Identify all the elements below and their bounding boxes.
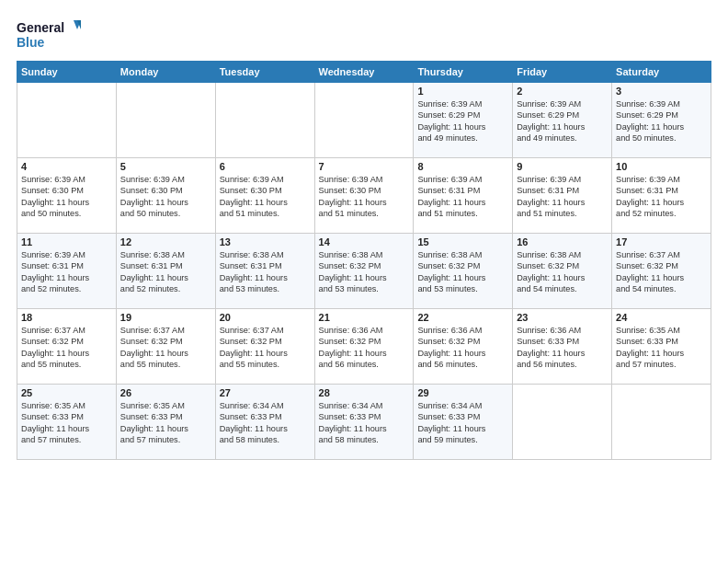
day-info: Sunrise: 6:34 AM Sunset: 6:33 PM Dayligh… (220, 400, 311, 446)
week-row: 1Sunrise: 6:39 AM Sunset: 6:29 PM Daylig… (17, 83, 711, 158)
week-row: 25Sunrise: 6:35 AM Sunset: 6:33 PM Dayli… (17, 385, 711, 460)
calendar-cell: 29Sunrise: 6:34 AM Sunset: 6:33 PM Dayli… (414, 385, 513, 460)
page: General Blue SundayMondayTuesdayWednesda… (0, 0, 728, 563)
day-number: 13 (220, 236, 311, 247)
calendar-cell: 26Sunrise: 6:35 AM Sunset: 6:33 PM Dayli… (116, 385, 215, 460)
day-number: 7 (319, 161, 410, 172)
day-info: Sunrise: 6:34 AM Sunset: 6:33 PM Dayligh… (417, 400, 508, 446)
calendar-cell: 19Sunrise: 6:37 AM Sunset: 6:32 PM Dayli… (116, 309, 215, 385)
calendar-cell: 5Sunrise: 6:39 AM Sunset: 6:30 PM Daylig… (116, 158, 215, 234)
day-number: 8 (417, 161, 508, 172)
day-number: 28 (319, 387, 410, 398)
day-number: 16 (517, 236, 608, 247)
day-info: Sunrise: 6:38 AM Sunset: 6:32 PM Dayligh… (517, 249, 608, 295)
day-info: Sunrise: 6:37 AM Sunset: 6:32 PM Dayligh… (220, 325, 311, 371)
calendar-cell (17, 83, 117, 158)
calendar-cell: 3Sunrise: 6:39 AM Sunset: 6:29 PM Daylig… (612, 83, 711, 158)
weekday-header: Thursday (414, 62, 513, 83)
day-info: Sunrise: 6:38 AM Sunset: 6:31 PM Dayligh… (120, 249, 211, 295)
day-info: Sunrise: 6:35 AM Sunset: 6:33 PM Dayligh… (616, 325, 707, 371)
week-row: 4Sunrise: 6:39 AM Sunset: 6:30 PM Daylig… (17, 158, 711, 234)
calendar-cell: 1Sunrise: 6:39 AM Sunset: 6:29 PM Daylig… (414, 83, 513, 158)
day-info: Sunrise: 6:39 AM Sunset: 6:31 PM Dayligh… (517, 174, 608, 220)
logo: General Blue (17, 17, 81, 53)
day-info: Sunrise: 6:34 AM Sunset: 6:33 PM Dayligh… (319, 400, 410, 446)
logo-svg: General Blue (17, 17, 81, 53)
day-info: Sunrise: 6:36 AM Sunset: 6:32 PM Dayligh… (319, 325, 410, 371)
day-info: Sunrise: 6:35 AM Sunset: 6:33 PM Dayligh… (21, 400, 112, 446)
calendar-cell: 17Sunrise: 6:37 AM Sunset: 6:32 PM Dayli… (612, 234, 711, 309)
calendar-cell: 13Sunrise: 6:38 AM Sunset: 6:31 PM Dayli… (215, 234, 314, 309)
day-number: 11 (21, 236, 112, 247)
calendar-cell: 14Sunrise: 6:38 AM Sunset: 6:32 PM Dayli… (314, 234, 414, 309)
header: General Blue (17, 17, 711, 53)
calendar: SundayMondayTuesdayWednesdayThursdayFrid… (17, 61, 711, 460)
weekday-header: Monday (116, 62, 215, 83)
day-number: 22 (417, 312, 508, 323)
day-number: 5 (120, 161, 211, 172)
calendar-cell: 21Sunrise: 6:36 AM Sunset: 6:32 PM Dayli… (314, 309, 414, 385)
day-number: 23 (517, 312, 608, 323)
calendar-cell: 18Sunrise: 6:37 AM Sunset: 6:32 PM Dayli… (17, 309, 117, 385)
day-info: Sunrise: 6:39 AM Sunset: 6:29 PM Dayligh… (417, 98, 508, 144)
day-info: Sunrise: 6:39 AM Sunset: 6:29 PM Dayligh… (616, 98, 707, 144)
day-info: Sunrise: 6:39 AM Sunset: 6:31 PM Dayligh… (616, 174, 707, 220)
calendar-cell: 23Sunrise: 6:36 AM Sunset: 6:33 PM Dayli… (513, 309, 612, 385)
calendar-body: 1Sunrise: 6:39 AM Sunset: 6:29 PM Daylig… (17, 83, 711, 460)
weekday-header: Tuesday (215, 62, 314, 83)
day-number: 14 (319, 236, 410, 247)
calendar-cell (215, 83, 314, 158)
calendar-cell: 2Sunrise: 6:39 AM Sunset: 6:29 PM Daylig… (513, 83, 612, 158)
calendar-cell: 7Sunrise: 6:39 AM Sunset: 6:30 PM Daylig… (314, 158, 414, 234)
calendar-cell: 24Sunrise: 6:35 AM Sunset: 6:33 PM Dayli… (612, 309, 711, 385)
day-number: 1 (417, 86, 508, 97)
calendar-cell (513, 385, 612, 460)
day-info: Sunrise: 6:39 AM Sunset: 6:29 PM Dayligh… (517, 98, 608, 144)
day-number: 2 (517, 86, 608, 97)
day-info: Sunrise: 6:39 AM Sunset: 6:30 PM Dayligh… (220, 174, 311, 220)
day-number: 21 (319, 312, 410, 323)
calendar-cell (612, 385, 711, 460)
day-number: 25 (21, 387, 112, 398)
calendar-cell: 8Sunrise: 6:39 AM Sunset: 6:31 PM Daylig… (414, 158, 513, 234)
day-number: 17 (616, 236, 707, 247)
day-info: Sunrise: 6:39 AM Sunset: 6:31 PM Dayligh… (21, 249, 112, 295)
calendar-cell: 20Sunrise: 6:37 AM Sunset: 6:32 PM Dayli… (215, 309, 314, 385)
day-number: 20 (220, 312, 311, 323)
day-number: 12 (120, 236, 211, 247)
weekday-header: Wednesday (314, 62, 414, 83)
calendar-cell: 25Sunrise: 6:35 AM Sunset: 6:33 PM Dayli… (17, 385, 117, 460)
calendar-header: SundayMondayTuesdayWednesdayThursdayFrid… (17, 62, 711, 83)
day-info: Sunrise: 6:37 AM Sunset: 6:32 PM Dayligh… (120, 325, 211, 371)
calendar-cell (314, 83, 414, 158)
day-number: 9 (517, 161, 608, 172)
day-info: Sunrise: 6:38 AM Sunset: 6:32 PM Dayligh… (319, 249, 410, 295)
day-info: Sunrise: 6:36 AM Sunset: 6:33 PM Dayligh… (517, 325, 608, 371)
day-number: 10 (616, 161, 707, 172)
calendar-cell: 6Sunrise: 6:39 AM Sunset: 6:30 PM Daylig… (215, 158, 314, 234)
calendar-cell: 11Sunrise: 6:39 AM Sunset: 6:31 PM Dayli… (17, 234, 117, 309)
svg-text:General: General (17, 20, 64, 35)
day-number: 4 (21, 161, 112, 172)
weekday-row: SundayMondayTuesdayWednesdayThursdayFrid… (17, 62, 711, 83)
week-row: 11Sunrise: 6:39 AM Sunset: 6:31 PM Dayli… (17, 234, 711, 309)
day-info: Sunrise: 6:39 AM Sunset: 6:31 PM Dayligh… (417, 174, 508, 220)
day-number: 19 (120, 312, 211, 323)
weekday-header: Saturday (612, 62, 711, 83)
calendar-cell: 12Sunrise: 6:38 AM Sunset: 6:31 PM Dayli… (116, 234, 215, 309)
day-number: 26 (120, 387, 211, 398)
day-info: Sunrise: 6:39 AM Sunset: 6:30 PM Dayligh… (21, 174, 112, 220)
day-number: 18 (21, 312, 112, 323)
calendar-cell: 15Sunrise: 6:38 AM Sunset: 6:32 PM Dayli… (414, 234, 513, 309)
calendar-cell: 9Sunrise: 6:39 AM Sunset: 6:31 PM Daylig… (513, 158, 612, 234)
day-info: Sunrise: 6:37 AM Sunset: 6:32 PM Dayligh… (21, 325, 112, 371)
day-number: 15 (417, 236, 508, 247)
weekday-header: Friday (513, 62, 612, 83)
day-info: Sunrise: 6:37 AM Sunset: 6:32 PM Dayligh… (616, 249, 707, 295)
calendar-cell (116, 83, 215, 158)
calendar-cell: 16Sunrise: 6:38 AM Sunset: 6:32 PM Dayli… (513, 234, 612, 309)
day-info: Sunrise: 6:36 AM Sunset: 6:32 PM Dayligh… (417, 325, 508, 371)
day-number: 27 (220, 387, 311, 398)
calendar-cell: 4Sunrise: 6:39 AM Sunset: 6:30 PM Daylig… (17, 158, 117, 234)
day-info: Sunrise: 6:35 AM Sunset: 6:33 PM Dayligh… (120, 400, 211, 446)
